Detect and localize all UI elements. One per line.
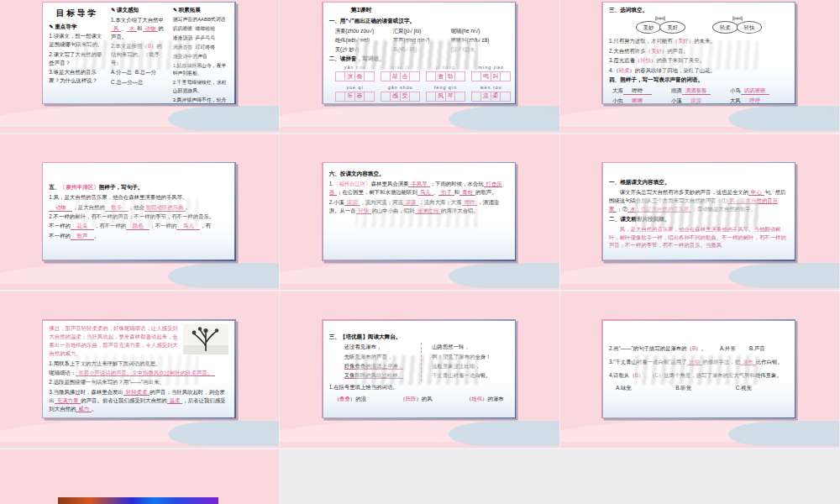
text-segment: 3.当微风拂过时，森林里会发出 <box>49 389 123 395</box>
section-heading: 三、选词填空。 <box>609 6 789 14</box>
lesson-header: 第1课时 <box>351 6 509 15</box>
text-segment: 。 <box>92 406 97 412</box>
answer-text: 轻轻柔柔 <box>123 389 150 396</box>
label: 雨滴 <box>671 87 682 93</box>
slide-grid-viewer: 目标导学 ✎重点导学 1.读课文，想一想课文是围绕哪句话来写的。 2.课文写了大… <box>0 0 840 504</box>
answer-text: 威力 <box>76 406 92 412</box>
label: 小鸟 <box>730 87 741 93</box>
fill-blank-row: （叠叠）的浪 （阵阵）的风 （雄伟）的瀑布 <box>329 395 509 403</box>
poem-line: 2.千里莺啼绿映红，水村山郭酒旗风。 <box>173 79 229 95</box>
answer-text: 虫子 <box>438 189 454 196</box>
label: 大海 <box>612 87 623 93</box>
pinyin-word-group: yuè qì乐器 <box>336 84 375 102</box>
section-heading: 一、用“√”画出正确的读音或汉字。 <box>329 17 509 25</box>
pinyin-word-group: fēng qín风琴 <box>427 84 465 102</box>
answer-text: 呼呼 <box>741 97 769 103</box>
text-segment: 和 <box>137 25 142 31</box>
section-heading: 课文感知 <box>117 7 139 13</box>
pen-icon: ✎ <box>111 7 115 13</box>
option: B.听觉 <box>669 384 728 392</box>
option-line: C.总—分—总 <box>111 78 167 87</box>
slide-thumbnail-4[interactable]: 五、〔泉州丰泽区〕照样子，写句子。 1.风，是大自然的音乐家，他会在森林里演奏他… <box>0 134 280 292</box>
slide-thumbnail-1[interactable]: 目标导学 ✎重点导学 1.读课文，想一想课文是围绕哪句话来写的。 2.课文写了大… <box>0 0 280 134</box>
word-pair: 轻柔轻快 <box>712 21 763 34</box>
slide-thumbnail-10[interactable] <box>0 449 280 504</box>
option-row: 演奏(zhòu zòu√)汇聚(jù√ jiù)呢喃(ne ní√) <box>329 27 509 35</box>
example-text: 哗哗 <box>623 87 652 95</box>
text-segment: ）的瀑布 <box>482 396 504 402</box>
pinyin-label: yuè qì <box>336 84 375 91</box>
slide-thumbnail-9[interactable]: 2.画“——”的句子描写的是瀑布的（B）。A.外形B.声音 3.“千丈青山衬着一… <box>560 291 840 449</box>
wave-decoration <box>168 106 280 131</box>
fill-blank-paragraph: 1.〔福州台江区〕森林里风会演奏手风琴；下雨的时候，水会玩打击乐器；在公园里，树… <box>329 180 509 197</box>
question-line: 3.谁是大自然的音乐家？为什么这样说？ <box>49 68 105 85</box>
pinyin-word-group: wēn róu温柔 <box>472 84 511 102</box>
answer-text: 风 <box>111 25 121 32</box>
slide-thumbnail-6[interactable]: 一、根据课文内容填空。 课文开头总写大自然有许多美妙的声音，这也是全文的中心句。… <box>560 134 840 292</box>
sound-words-row: 小虫唧唧 小溪淙淙 大风呼呼 <box>609 97 789 103</box>
answer-text: 动物 <box>49 204 72 212</box>
fill-blank-paragraph: 3.当微风拂过时，森林里会发出轻轻柔柔的声音；当狂风吹起时，则会发出充满力量的声… <box>49 388 228 413</box>
text-segment: 。 <box>94 233 99 239</box>
watermark <box>76 40 198 70</box>
text-segment: 1.本文介绍了大自然中 <box>111 17 164 23</box>
section-heading: 四、照样子，写一写表示声音的词语。 <box>609 76 789 84</box>
blank-group: （叠叠）的浪 <box>334 395 366 403</box>
pinyin-label: fēng qín <box>427 84 465 91</box>
poem-line: 3.两岸猿声啼不住，轻舟已过万重山。 <box>173 97 229 103</box>
watermark <box>355 40 478 70</box>
slide-thumbnail-2[interactable]: 第1课时 一、用“√”画出正确的读音或汉字。 演奏(zhòu zòu√)汇聚(j… <box>280 0 559 134</box>
section-heading: 积累拓展 <box>178 7 200 13</box>
answer-text: 唧唧 <box>623 97 652 103</box>
slide-thumbnail-3[interactable]: 三、选词填空。 美妙美好 轻柔轻快 1.只有努力进取，才可能有（美好）的未来。 … <box>560 0 840 134</box>
pinyin-choice: 呢喃(ne ní√) <box>451 27 509 35</box>
section-heading: 三、【培优题】阅读大舞台。 <box>329 333 509 341</box>
option: A.味觉 <box>609 384 669 392</box>
text-segment: 不一样的 <box>49 233 71 239</box>
passage-excerpt: 风，是大自然的音乐家，他会在森林里演奏他的手风琴。当他翻动树叶，树叶便像歌手一样… <box>609 225 789 250</box>
fill-blank-line: 1.本文介绍了大自然中风、水和动物的声音。 <box>111 16 167 41</box>
tree-photo <box>183 324 228 357</box>
section-heading: 五、〔泉州丰泽区〕照样子，写句子。 <box>49 183 228 192</box>
pinyin-choice: 汇聚(jù√ jiù) <box>393 27 451 35</box>
bow-icon <box>732 15 743 24</box>
watermark <box>635 355 758 385</box>
section-heading: 重点导学 <box>55 24 76 29</box>
blank-group: （雄伟）的瀑布 <box>466 395 504 403</box>
slide-thumbnail-8[interactable]: 三、【培优题】阅读大舞台。 还没看见瀑布， 先听见瀑布的声音， 好像叠叠的浪涌上… <box>280 291 559 449</box>
answer-text: 温柔 <box>167 397 183 404</box>
slide-thumbnail-5[interactable]: 六、按课文内容填空。 1.〔福州台江区〕森林里风会演奏手风琴；下雨的时候，水会玩… <box>280 134 559 292</box>
blank-group: （阵阵）的风 <box>400 395 432 403</box>
word-bank: 美妙美好 轻柔轻快 <box>609 21 789 34</box>
answer-text: 中心 <box>748 189 764 196</box>
poem-line: 还没看见瀑布， <box>344 343 422 351</box>
pinyin-choice: 演奏(zhòu zòu√) <box>335 27 393 35</box>
wave-decoration <box>728 106 840 131</box>
region-tag: 〔泉州丰泽区〕 <box>60 184 99 190</box>
colorful-banner-image <box>58 497 218 504</box>
label: 大风 <box>730 97 741 103</box>
text-segment: ；在公园里，树下和水塘边能听到 <box>337 189 417 195</box>
text-segment: 2.小溪 <box>329 199 344 205</box>
text-line: 描写声音的AABB式词语 <box>173 16 229 24</box>
question-line: 2.画“——”的句子描写的是瀑布的（B）。A.外形B.声音 <box>609 344 789 353</box>
text-segment: 课文开头总写大自然有许多美妙的声音，这也是全文的 <box>620 189 748 195</box>
wave-decoration <box>449 263 560 288</box>
option: B.声音 <box>749 345 765 351</box>
text-segment: ）。 <box>696 345 706 351</box>
answer-text: 水 <box>127 25 137 32</box>
fill-blank-line: 不一样的歌声。 <box>49 232 228 240</box>
text-segment: 4.诗歌从（ <box>609 372 635 378</box>
answer-text: 手风琴 <box>408 181 429 187</box>
text-line: 叽叽喳喳 哗哗啦啦 <box>173 25 229 33</box>
page-title: 目标导学 <box>49 7 105 20</box>
watermark <box>355 198 478 228</box>
options-row: A.味觉 B.听觉 C.视觉 <box>609 384 789 392</box>
watermark <box>76 355 198 385</box>
answer-text: 动物 <box>143 25 159 32</box>
word-pair: 美妙美好 <box>636 21 686 34</box>
poem-line: 山路忽然一转， <box>432 343 509 351</box>
text-segment: 的歌声。 <box>475 189 497 195</box>
slide-thumbnail-7[interactable]: 拂过，那声音轻轻柔柔的，好像呢喃细语，让人感受到大自然的温柔；当狂风吹起，整座森… <box>0 291 280 449</box>
pinyin-label: wēn róu <box>472 84 511 91</box>
